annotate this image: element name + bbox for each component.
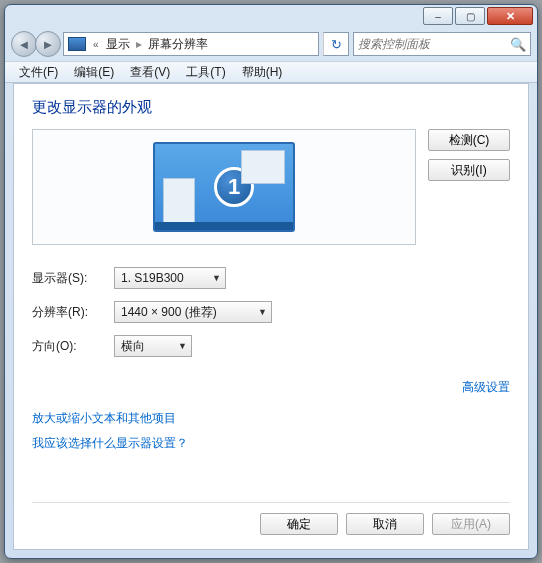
menu-bar: 文件(F) 编辑(E) 查看(V) 工具(T) 帮助(H) xyxy=(5,61,537,83)
search-input[interactable] xyxy=(358,37,526,51)
ok-button[interactable]: 确定 xyxy=(260,513,338,535)
chevron-down-icon: ▼ xyxy=(258,307,267,317)
window-thumb xyxy=(241,150,285,184)
which-settings-link[interactable]: 我应该选择什么显示器设置？ xyxy=(32,435,510,452)
orientation-select[interactable]: 横向 ▼ xyxy=(114,335,192,357)
resolution-select[interactable]: 1440 × 900 (推荐) ▼ xyxy=(114,301,272,323)
menu-help[interactable]: 帮助(H) xyxy=(234,62,291,83)
menu-tools[interactable]: 工具(T) xyxy=(178,62,233,83)
window: – ▢ ✕ ◄ ► « 显示 ▸ 屏幕分辨率 ↻ 🔍 文件(F) 编辑(E) 查… xyxy=(4,4,538,559)
dialog-button-bar: 确定 取消 应用(A) xyxy=(32,502,510,535)
monitor-preview[interactable]: 1 xyxy=(32,129,416,245)
titlebar: – ▢ ✕ xyxy=(5,5,537,27)
window-controls: – ▢ ✕ xyxy=(423,7,533,27)
identify-button[interactable]: 识别(I) xyxy=(428,159,510,181)
window-thumb xyxy=(163,178,195,224)
display-value: 1. S19B300 xyxy=(121,271,184,285)
forward-button[interactable]: ► xyxy=(35,31,61,57)
search-box[interactable]: 🔍 xyxy=(353,32,531,56)
refresh-button[interactable]: ↻ xyxy=(323,32,349,56)
menu-file[interactable]: 文件(F) xyxy=(11,62,66,83)
apply-button[interactable]: 应用(A) xyxy=(432,513,510,535)
breadcrumb-sep: ▸ xyxy=(134,37,144,51)
menu-edit[interactable]: 编辑(E) xyxy=(66,62,122,83)
search-icon[interactable]: 🔍 xyxy=(510,37,526,52)
breadcrumb-display[interactable]: 显示 xyxy=(102,36,134,53)
address-bar[interactable]: « 显示 ▸ 屏幕分辨率 xyxy=(63,32,319,56)
navigation-bar: ◄ ► « 显示 ▸ 屏幕分辨率 ↻ 🔍 xyxy=(5,27,537,61)
display-select[interactable]: 1. S19B300 ▼ xyxy=(114,267,226,289)
preview-buttons: 检测(C) 识别(I) xyxy=(428,129,510,181)
page-title: 更改显示器的外观 xyxy=(32,98,510,117)
orientation-label: 方向(O): xyxy=(32,338,114,355)
menu-view[interactable]: 查看(V) xyxy=(122,62,178,83)
settings-form: 显示器(S): 1. S19B300 ▼ 分辨率(R): 1440 × 900 … xyxy=(32,267,510,369)
close-button[interactable]: ✕ xyxy=(487,7,533,25)
taskbar-thumb xyxy=(155,222,293,230)
resolution-label: 分辨率(R): xyxy=(32,304,114,321)
detect-button[interactable]: 检测(C) xyxy=(428,129,510,151)
monitor-1[interactable]: 1 xyxy=(153,142,295,232)
resolution-row: 分辨率(R): 1440 × 900 (推荐) ▼ xyxy=(32,301,510,323)
display-row: 显示器(S): 1. S19B300 ▼ xyxy=(32,267,510,289)
orientation-row: 方向(O): 横向 ▼ xyxy=(32,335,510,357)
chevron-down-icon: ▼ xyxy=(178,341,187,351)
text-size-link[interactable]: 放大或缩小文本和其他项目 xyxy=(32,410,510,427)
nav-buttons: ◄ ► xyxy=(11,31,59,57)
control-panel-icon xyxy=(68,37,86,51)
breadcrumb-resolution[interactable]: 屏幕分辨率 xyxy=(144,36,212,53)
spacer xyxy=(32,460,510,502)
maximize-button[interactable]: ▢ xyxy=(455,7,485,25)
content-area: 更改显示器的外观 1 检测(C) 识别(I) 显示器(S): 1. S19B30… xyxy=(13,83,529,550)
cancel-button[interactable]: 取消 xyxy=(346,513,424,535)
chevron-down-icon: ▼ xyxy=(212,273,221,283)
display-label: 显示器(S): xyxy=(32,270,114,287)
minimize-button[interactable]: – xyxy=(423,7,453,25)
back-button[interactable]: ◄ xyxy=(11,31,37,57)
advanced-settings-link[interactable]: 高级设置 xyxy=(462,380,510,394)
preview-row: 1 检测(C) 识别(I) xyxy=(32,129,510,245)
crumb-prefix: « xyxy=(90,39,102,50)
orientation-value: 横向 xyxy=(121,338,145,355)
advanced-link-row: 高级设置 xyxy=(32,377,510,396)
resolution-value: 1440 × 900 (推荐) xyxy=(121,304,217,321)
help-links: 放大或缩小文本和其他项目 我应该选择什么显示器设置？ xyxy=(32,410,510,460)
